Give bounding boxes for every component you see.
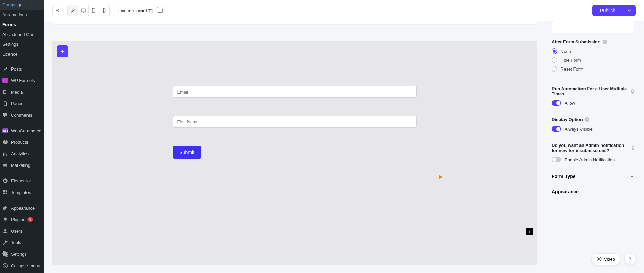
- radio-reset-form[interactable]: Reset Form: [552, 66, 634, 72]
- plug-icon: [2, 216, 9, 223]
- toggle-label: Always Visible: [565, 126, 593, 132]
- desktop-view-button[interactable]: [78, 5, 89, 16]
- page-icon: [2, 100, 9, 107]
- sidebar-item-woocommerce[interactable]: Woo WooCommerce: [0, 125, 44, 136]
- shortcode-text: [mintmrm id="10"]: [118, 8, 153, 13]
- sidebar-item-label: Pages: [11, 101, 23, 106]
- radio-hide-form[interactable]: Hide Form: [552, 57, 634, 63]
- sidebar-sub-abandoned-cart[interactable]: Abandoned Cart: [0, 30, 44, 39]
- run-automation-label: Run Automation For a User Multiple Times: [552, 86, 629, 96]
- admin-notification-label: Do you want an Admin notification for ne…: [552, 143, 630, 153]
- sidebar-sub-settings[interactable]: Settings: [0, 39, 44, 49]
- plugin-update-badge: 3: [27, 217, 33, 222]
- back-button[interactable]: [52, 5, 63, 16]
- run-automation-toggle[interactable]: [552, 100, 561, 106]
- sidebar-item-products[interactable]: Products: [0, 136, 44, 148]
- collapse-icon: [2, 262, 9, 269]
- sidebar-item-label: WP Funnels: [11, 78, 35, 83]
- sidebar-item-appearance[interactable]: Appearance: [0, 202, 44, 214]
- sidebar-item-comments[interactable]: Comments: [0, 109, 44, 121]
- svg-rect-7: [81, 9, 85, 12]
- svg-rect-1: [4, 180, 5, 182]
- svg-point-9: [93, 12, 94, 12]
- sidebar-item-label: Appearance: [11, 206, 35, 211]
- sidebar-item-plugins[interactable]: Plugins 3: [0, 214, 44, 225]
- svg-rect-4: [5, 181, 6, 182]
- tablet-view-button[interactable]: [88, 5, 99, 16]
- toggle-label: Allow: [565, 101, 575, 106]
- sidebar-item-label: Analytics: [11, 151, 29, 156]
- woocommerce-icon: Woo: [2, 127, 9, 134]
- sidebar-item-templates[interactable]: Templates: [0, 187, 44, 198]
- display-option-label: Display Option: [552, 117, 583, 122]
- pin-icon: [2, 65, 9, 72]
- sidebar-item-label: Plugins: [11, 217, 25, 222]
- annotation-arrow: [379, 177, 440, 177]
- wrench-icon: [2, 239, 9, 246]
- mobile-view-button[interactable]: [99, 5, 110, 16]
- help-icon[interactable]: ?: [603, 40, 607, 44]
- user-icon: [2, 228, 9, 234]
- submit-button[interactable]: Submit: [173, 146, 201, 159]
- svg-rect-3: [5, 180, 6, 181]
- email-field[interactable]: [173, 86, 417, 98]
- sidebar-item-posts[interactable]: Posts: [0, 63, 44, 75]
- sidebar-item-settings[interactable]: Settings: [0, 248, 44, 260]
- sidebar-item-label: Comments: [11, 113, 32, 118]
- publish-dropdown[interactable]: [623, 5, 636, 16]
- sidebar-collapse[interactable]: Collapse menu: [0, 260, 44, 271]
- form-canvas[interactable]: Submit +: [52, 41, 537, 265]
- box-icon: [2, 139, 9, 145]
- toggle-label: Enable Admin Notification: [565, 157, 615, 162]
- radio-none[interactable]: None: [552, 48, 634, 54]
- admin-notification-toggle[interactable]: [552, 157, 561, 162]
- form-type-accordion[interactable]: Form Type: [545, 169, 641, 184]
- sidebar-item-analytics[interactable]: Analytics: [0, 148, 44, 159]
- media-icon: [2, 89, 9, 95]
- sidebar-item-media[interactable]: Media: [0, 86, 44, 98]
- appearance-accordion[interactable]: Appearance: [545, 184, 641, 199]
- svg-point-6: [3, 263, 8, 268]
- header-strip: [52, 21, 537, 24]
- sidebar-item-label: Posts: [11, 66, 22, 72]
- sidebar-item-marketing[interactable]: Marketing: [0, 159, 44, 171]
- svg-rect-2: [5, 180, 6, 180]
- sidebar-item-label: Users: [11, 229, 22, 234]
- help-icon[interactable]: ?: [585, 117, 589, 122]
- sidebar-item-pages[interactable]: Pages: [0, 98, 44, 109]
- display-option-toggle[interactable]: [552, 126, 561, 132]
- sidebar-item-wp-funnels[interactable]: WP Funnels: [0, 75, 44, 86]
- after-submission-label: After Form Submission: [552, 39, 601, 44]
- sidebar-item-users[interactable]: Users: [0, 225, 44, 237]
- settings-text-input[interactable]: [552, 21, 634, 33]
- sidebar-item-label: Collapse menu: [11, 263, 40, 268]
- firstname-field[interactable]: [173, 116, 417, 128]
- help-icon[interactable]: ?: [632, 146, 634, 150]
- gear-icon: [2, 251, 9, 257]
- video-help-button[interactable]: Video: [591, 253, 620, 265]
- sidebar-sub-campaigns[interactable]: Campaigns: [0, 0, 44, 10]
- copy-shortcode-button[interactable]: [158, 8, 163, 13]
- svg-point-5: [4, 229, 6, 231]
- edit-mode-button[interactable]: [67, 5, 78, 16]
- sidebar-item-elementor[interactable]: Elementor: [0, 175, 44, 187]
- templates-icon: [2, 189, 9, 196]
- sidebar-sub-automations[interactable]: Automations: [0, 10, 44, 20]
- sidebar-item-label: Media: [11, 90, 23, 95]
- sidebar-item-tools[interactable]: Tools: [0, 237, 44, 248]
- add-block-button[interactable]: [57, 45, 68, 57]
- sidebar-item-label: Settings: [11, 252, 27, 257]
- sidebar-item-label: Marketing: [11, 163, 30, 168]
- sidebar-item-label: Products: [11, 140, 28, 145]
- sidebar-sub-forms[interactable]: Forms: [0, 20, 44, 30]
- comment-icon: [2, 112, 9, 118]
- sidebar-sub-licence[interactable]: Licence: [0, 49, 44, 59]
- add-section-button[interactable]: +: [526, 228, 533, 235]
- wpfunnels-icon: [2, 77, 9, 84]
- sidebar-item-label: Tools: [11, 240, 21, 245]
- help-icon[interactable]: ?: [631, 89, 634, 94]
- publish-button[interactable]: Publish: [592, 5, 623, 16]
- sidebar-item-label: Templates: [11, 190, 31, 195]
- help-button[interactable]: [624, 253, 636, 265]
- sidebar-item-label: WooCommerce: [11, 128, 41, 133]
